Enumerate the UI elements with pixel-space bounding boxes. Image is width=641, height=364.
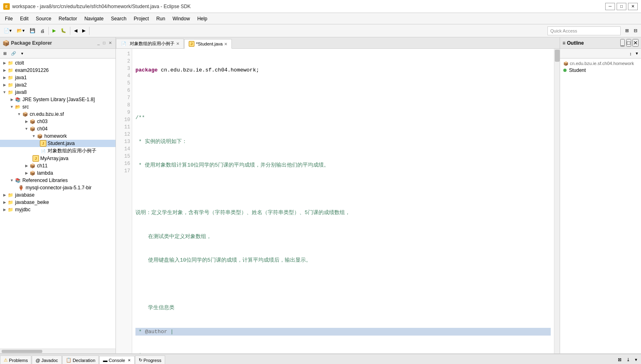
pkg-icon: 📦 [2, 40, 9, 46]
tab-progress[interactable]: ↻ Progress [135, 355, 165, 364]
tree-item-javabase-beike[interactable]: ▶ 📁 javabase_beike [0, 199, 116, 206]
tree-item-exam[interactable]: ▶ 📁 exam20191226 [0, 67, 116, 74]
tree-arrow-lambda: ▶ [24, 171, 29, 175]
tree-arrow-homework: ▼ [31, 134, 37, 138]
project-icon-ctolt: 📁 [7, 60, 14, 66]
app-icon: E [3, 3, 10, 10]
tree-item-ctolt[interactable]: ▶ 📁 ctolt [0, 59, 116, 67]
tree-item-mysql[interactable]: 🏺 mysql-connector-java-5.1.7-bir [0, 184, 116, 191]
tab-array-example[interactable]: 📄 对象数组的应用小例子 ✕ [116, 39, 184, 48]
outline-item-student[interactable]: Student [560, 67, 641, 74]
debug-button[interactable]: 🐛 [59, 26, 68, 36]
pkg-link-editor[interactable]: 🔗 [9, 50, 17, 57]
project-icon-java2: 📁 [7, 82, 14, 88]
view-button[interactable]: ⊟ [632, 26, 639, 36]
code-line-12: * @author | [135, 328, 551, 336]
pkg-scroll-thumb[interactable] [2, 350, 42, 353]
console-clear-btn[interactable]: ⊠ [616, 355, 624, 364]
tab-problems[interactable]: ⚠ Problems [0, 355, 31, 364]
menu-search[interactable]: Search [108, 15, 130, 22]
quick-access-field[interactable]: Quick Access [547, 26, 621, 35]
pkg-maximize-button[interactable]: □ [102, 41, 107, 45]
console-view-menu-btn[interactable]: ▾ [633, 355, 639, 364]
pkg-icon-ch04: 📦 [29, 126, 36, 132]
menu-refactor[interactable]: Refactor [55, 15, 80, 22]
pkg-collapse-all[interactable]: ⊞ [1, 50, 9, 57]
tree-item-lambda[interactable]: ▶ 📦 lambda [0, 169, 116, 177]
outline-minimize[interactable]: _ [620, 39, 625, 47]
tree-item-array-example[interactable]: 📄 对象数组的应用小例子 [0, 147, 116, 155]
project-icon-exam: 📁 [7, 67, 14, 74]
menu-source[interactable]: Source [33, 15, 55, 22]
tree-item-homework[interactable]: ▼ 📦 homework [0, 132, 116, 140]
title-text: workspace - java8/src/cn/edu/bzu/ie/sf/c… [12, 4, 191, 9]
tree-item-student[interactable]: J Student.java [0, 140, 116, 147]
toolbar-sep-3 [89, 27, 89, 35]
minimize-button[interactable]: ─ [605, 3, 615, 10]
tree-item-java1[interactable]: ▶ 📁 java1 [0, 74, 116, 81]
tree-item-myarray[interactable]: J MyArray.java [0, 155, 116, 162]
pkg-horizontal-scrollbar[interactable] [0, 349, 116, 353]
menu-file[interactable]: File [2, 15, 16, 22]
code-line-4: * 实例的说明如下： [135, 138, 551, 146]
open-button[interactable]: 📂▾ [15, 26, 27, 36]
tab-close-array[interactable]: ✕ [176, 41, 179, 46]
tree-item-jre[interactable]: ▶ 📚 JRE System Library [JavaSE-1.8] [0, 96, 116, 103]
console-scroll-lock-btn[interactable]: ⤓ [624, 355, 632, 364]
pkg-minimize-button[interactable]: _ [96, 41, 101, 45]
editor-scroll-thumb[interactable] [555, 50, 560, 62]
forward-button[interactable]: ▶ [80, 26, 87, 36]
tab-close-student[interactable]: ✕ [224, 42, 227, 46]
menu-project[interactable]: Project [131, 15, 152, 22]
java-icon-myarray: J [33, 155, 39, 162]
tree-item-cn[interactable]: ▼ 📦 cn.edu.bzu.ie.sf [0, 110, 116, 118]
tab-declaration[interactable]: 📋 Declaration [62, 355, 99, 364]
menu-run[interactable]: Run [153, 15, 168, 22]
outline-class-dot [563, 67, 567, 73]
close-button[interactable]: ✕ [628, 3, 638, 10]
tree-item-reflibs[interactable]: ▼ 📚 Referenced Libraries [0, 177, 116, 184]
menu-bar: File Edit Source Refactor Navigate Searc… [0, 13, 641, 24]
outline-close[interactable]: ✕ [632, 39, 639, 47]
code-content[interactable]: package cn.edu.bzu.ie.sf.ch04.homework; … [132, 49, 554, 353]
tree-item-ch11[interactable]: ▶ 📦 ch11 [0, 162, 116, 169]
tree-item-ch04[interactable]: ▼ 📦 ch04 [0, 125, 116, 132]
code-line-8: 在测试类中定义对象数组， [135, 233, 551, 241]
tree-item-java8[interactable]: ▼ 📁 java8 [0, 89, 116, 96]
pkg-close-button[interactable]: ✕ [107, 41, 113, 45]
editor-vertical-scrollbar[interactable] [554, 49, 560, 353]
perspective-button[interactable]: ⊞ [623, 26, 631, 36]
tree-item-src[interactable]: ▼ 📂 src [0, 103, 116, 110]
outline-filter-btn[interactable]: ▾ [634, 49, 640, 58]
menu-edit[interactable]: Edit [17, 15, 32, 22]
tab-close-console[interactable]: ✕ [128, 358, 131, 362]
pkg-view-menu[interactable]: ▾ [18, 50, 26, 57]
maximize-button[interactable]: □ [617, 3, 626, 10]
tab-student-java[interactable]: J *Student.java ✕ [184, 39, 232, 49]
outline-maximize[interactable]: □ [626, 39, 631, 47]
tree-item-javabase[interactable]: ▶ 📁 javabase [0, 191, 116, 199]
back-button[interactable]: ◀ [72, 26, 79, 36]
menu-window[interactable]: Window [169, 15, 193, 22]
run-button[interactable]: ▶ [50, 26, 58, 36]
menu-navigate[interactable]: Navigate [81, 15, 107, 22]
tab-console[interactable]: ▬ Console ✕ [99, 356, 134, 364]
tab-icon-array: 📄 [120, 41, 127, 47]
outline-sort-btn[interactable]: ↕ [628, 49, 634, 58]
package-explorer-panel: 📦 Package Explorer _ □ ✕ ⊞ 🔗 ▾ ▶ 📁 ctolt [0, 37, 116, 353]
menu-help[interactable]: Help [194, 15, 211, 22]
print-button[interactable]: 🖨 [38, 26, 47, 36]
editor-area: 📄 对象数组的应用小例子 ✕ J *Student.java ✕ 1 2 3 4… [116, 37, 560, 353]
tree-item-ch03[interactable]: ▶ 📦 ch03 [0, 118, 116, 125]
tree-item-myjdbc[interactable]: ▶ 📁 myjdbc [0, 206, 116, 213]
code-editor[interactable]: 1 2 3 4 5 6 7 8 9 10 11 12 13 14 15 16 1… [116, 49, 560, 353]
tab-icon-student: J [189, 41, 194, 47]
toolbar: 📄▾ 📂▾ 💾 🖨 ▶ 🐛 ◀ ▶ Quick Access ⊞ ⊟ [0, 24, 641, 37]
outline-item-pkg[interactable]: 📦 cn.edu.bzu.ie.sf.ch04.homework [560, 60, 641, 67]
tree-item-java2[interactable]: ▶ 📁 java2 [0, 81, 116, 89]
tab-javadoc[interactable]: @ Javadoc [32, 355, 61, 364]
tree-arrow-exam: ▶ [2, 68, 7, 72]
pkg-panel-controls: _ □ ✕ [96, 41, 113, 45]
new-button[interactable]: 📄▾ [2, 26, 14, 36]
save-button[interactable]: 💾 [28, 26, 37, 36]
